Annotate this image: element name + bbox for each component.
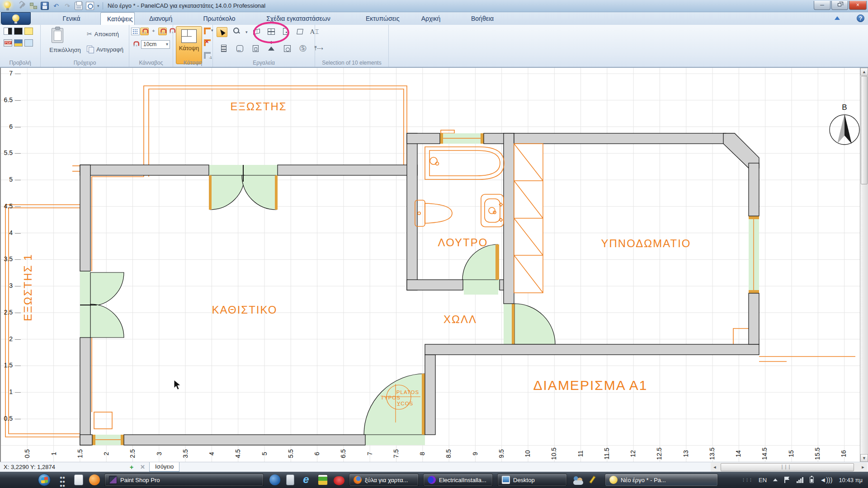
tab-ektyposeis[interactable]: Εκτυπώσεις	[359, 12, 396, 25]
snap-object-icon[interactable]	[158, 28, 167, 35]
grid-size-select[interactable]: 10cm	[141, 40, 170, 49]
ruler-left-value: 5.5	[1, 149, 13, 156]
tray-expand-icon[interactable]	[773, 479, 778, 481]
tab-dianomi[interactable]: Διανομή	[143, 12, 177, 25]
export-dwg-icon[interactable]	[14, 39, 23, 47]
language-indicator[interactable]: EN	[759, 477, 767, 483]
redo-icon[interactable]: ↷	[63, 2, 71, 10]
ruler-bottom-value: 1	[50, 445, 57, 463]
media-player-icon[interactable]	[89, 474, 100, 485]
ribbon-tab-row: Γενικά στοιχεία Κατόψεις Διανομή Πρωτόκο…	[0, 12, 868, 25]
wall-offset-button[interactable]	[203, 51, 211, 60]
print-icon[interactable]	[75, 2, 83, 10]
ruler-bottom-value: 14.5	[761, 445, 768, 463]
scroll-down-icon[interactable]: ▼	[860, 454, 868, 462]
taskbar-button-paint-shop-pro[interactable]: Paint Shop Pro	[104, 474, 264, 486]
compass-north-label: Β	[835, 103, 854, 112]
paste-button[interactable]	[51, 27, 65, 44]
start-button[interactable]	[38, 474, 51, 486]
battery-icon[interactable]	[810, 477, 814, 483]
wrench-icon[interactable]	[18, 2, 26, 10]
zoom-tool-icon[interactable]	[231, 27, 242, 37]
switch-icon[interactable]	[250, 44, 261, 54]
taskbar-button-desktop[interactable]: Desktop	[497, 474, 567, 486]
pen-tool-icon[interactable]	[590, 474, 600, 485]
horizontal-scrollbar[interactable]: ◄ ▏▏▏ ►	[711, 463, 867, 472]
balcony-top-outline[interactable]	[144, 86, 407, 177]
taskbar-button-firefox-doc[interactable]: ξύλα για χαρτα...	[349, 474, 419, 486]
paste-label[interactable]: Επικόλληση	[42, 47, 88, 53]
view-black-icon[interactable]	[14, 28, 23, 35]
walls-button[interactable]: ▾	[203, 27, 213, 34]
application-menu-button[interactable]	[1, 12, 31, 25]
remove-floor-icon[interactable]: ✕	[140, 464, 145, 470]
view-window-icon[interactable]	[24, 39, 33, 47]
zoom-dropdown-icon[interactable]: ▾	[245, 30, 248, 34]
close-button[interactable]: ×	[849, 1, 867, 10]
minimize-button[interactable]: ─	[814, 1, 830, 10]
hscroll-thumb[interactable]: ▏▏▏	[721, 463, 854, 471]
undo-icon[interactable]: ↶	[52, 2, 60, 10]
export-pdf-icon[interactable]	[4, 39, 12, 47]
katopsi-button[interactable]: Κάτοψη	[176, 26, 202, 64]
cut-button[interactable]: ✂ Αποκοπή	[87, 30, 119, 38]
panel-list-icon[interactable]	[218, 44, 229, 54]
help-icon[interactable]: ?	[857, 14, 864, 22]
snap-magnet-icon[interactable]	[140, 28, 149, 35]
balcony-left-outline[interactable]	[5, 205, 80, 437]
print-preview-icon[interactable]	[86, 2, 94, 10]
action-center-flag-icon[interactable]	[784, 477, 790, 483]
vscroll-thumb[interactable]	[861, 76, 868, 184]
vertical-scrollbar[interactable]: ▲ ▼	[860, 68, 868, 462]
tab-voitheia[interactable]: Βοήθεια	[465, 12, 497, 25]
show-desktop-grid-icon[interactable]: ●●●●●●	[57, 474, 68, 486]
bathtub[interactable]	[425, 147, 504, 179]
calculator-icon[interactable]	[286, 474, 294, 485]
ruler-left-value: 5	[1, 176, 13, 183]
qat-dropdown-icon[interactable]: ▾	[97, 4, 99, 8]
snap-cross-icon[interactable]: +	[149, 28, 158, 35]
delete-walls-button[interactable]	[203, 38, 211, 47]
taskbar-button-panelcad[interactable]: Νέο έργο * - Pa...	[605, 474, 718, 486]
toilet[interactable]	[415, 200, 452, 226]
socket-icon[interactable]	[234, 44, 245, 54]
annotation-ellipse	[253, 22, 289, 43]
floor-tab-isogeio[interactable]: Ισόγειο	[149, 462, 179, 472]
pointer-tool-icon[interactable]	[217, 27, 227, 37]
save-icon[interactable]	[41, 2, 49, 10]
tab-katopseis[interactable]: Κατόψεις	[100, 12, 135, 25]
grid-toggle-icon[interactable]	[131, 28, 140, 35]
media-app-icon[interactable]	[318, 474, 328, 485]
closet[interactable]	[514, 144, 543, 293]
paint-shop-pro-icon	[109, 476, 117, 484]
users-icon[interactable]	[573, 474, 584, 485]
copy-button[interactable]: Αντιγραφή	[87, 46, 123, 53]
scroll-left-icon[interactable]: ◄	[711, 463, 719, 472]
add-floor-icon[interactable]: +	[130, 464, 133, 471]
s-symbol-icon[interactable]: Ⓢ	[297, 44, 308, 54]
taskbar-button-electrical[interactable]: ElectricalInstalla...	[423, 474, 493, 486]
tab-genika-stoixeia[interactable]: Γενικά στοιχεία	[45, 12, 98, 25]
lamp-icon[interactable]	[266, 44, 277, 54]
project-tree-icon[interactable]	[29, 2, 38, 10]
ribbon-minimize-icon[interactable]	[835, 16, 840, 20]
restore-button[interactable]	[831, 1, 848, 10]
view-note-icon[interactable]	[24, 28, 33, 35]
notepad-icon[interactable]	[74, 474, 83, 485]
lips-app-icon[interactable]	[334, 476, 344, 485]
clock[interactable]: 10:43 πμ	[839, 477, 863, 483]
appliance-icon[interactable]	[282, 44, 292, 54]
scroll-right-icon[interactable]: ►	[859, 463, 867, 472]
thunderbird-icon[interactable]	[269, 474, 280, 485]
tab-protokolo-elegxou[interactable]: Πρωτόκολο ελέγχου	[190, 12, 249, 25]
scroll-up-icon[interactable]: ▲	[860, 68, 868, 75]
sink[interactable]	[481, 194, 504, 227]
drawing-canvas[interactable]: ΕΞΩΣΤΗΣ ΕΞΩΣΤΗΣ 1 ΛΟΥΤΡΟ ΥΠΝΟΔΩΜΑΤΙΟ ΚΑΘ…	[0, 68, 868, 462]
internet-explorer-icon[interactable]: e	[300, 474, 312, 486]
view-split-icon[interactable]	[4, 28, 12, 35]
speaker-icon[interactable]: ◄)))	[820, 476, 833, 483]
ruler-left-value: 7	[1, 70, 13, 77]
network-signal-icon[interactable]	[797, 477, 803, 483]
tab-arxiki-selida[interactable]: Αρχική σελίδα	[406, 12, 456, 25]
3d-box-tool-icon[interactable]	[295, 27, 306, 37]
